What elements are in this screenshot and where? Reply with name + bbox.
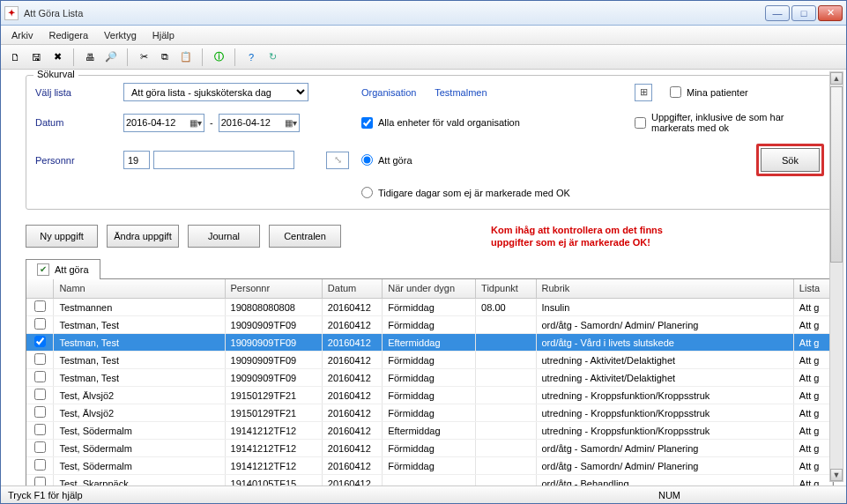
table-row[interactable]: Testman, Test19090909TF0920160412Förmidd… bbox=[26, 352, 833, 369]
table-container: Namn Personnr Datum När under dygn Tidpu… bbox=[26, 279, 834, 485]
row-checkbox[interactable] bbox=[34, 336, 46, 347]
copy-icon[interactable]: ⧉ bbox=[156, 48, 174, 66]
table-row[interactable]: Test, Älvsjö219150129TF2120160412Förmidd… bbox=[26, 404, 833, 422]
refresh-icon[interactable]: ↻ bbox=[264, 48, 281, 66]
select-lista[interactable]: Att göra lista - sjuksköterska dag bbox=[123, 83, 308, 101]
personnr-prefix[interactable] bbox=[123, 151, 150, 169]
cut-icon[interactable]: ✂ bbox=[135, 48, 152, 66]
close-button[interactable]: ✕ bbox=[818, 5, 843, 21]
chk-mina-input[interactable] bbox=[670, 86, 681, 98]
minimize-button[interactable]: — bbox=[765, 5, 790, 21]
menu-hjalp[interactable]: Hjälp bbox=[145, 28, 182, 42]
radio-tidigare[interactable]: Tidigare dagar som ej är markerade med O… bbox=[361, 187, 626, 198]
info-icon[interactable]: ⓘ bbox=[210, 48, 227, 66]
cell-nar: Förmiddag bbox=[383, 369, 476, 387]
cell-nar: Förmiddag bbox=[383, 387, 476, 404]
chk-mina-patienter[interactable]: Mina patienter bbox=[670, 86, 748, 98]
help-icon[interactable]: ? bbox=[242, 48, 260, 66]
table-row[interactable]: Testman, Test19090909TF0920160412Förmidd… bbox=[26, 316, 833, 334]
org-tree-icon[interactable]: ⊞ bbox=[635, 84, 652, 101]
chk-uppgifter-input[interactable] bbox=[635, 117, 646, 129]
cell-datum: 20160412 bbox=[322, 316, 382, 334]
tab-attgora[interactable]: ✔ Att göra bbox=[26, 259, 100, 279]
statusbar: Tryck F1 för hjälp NUM bbox=[1, 485, 846, 503]
cell-personnr: 19141212TF12 bbox=[225, 457, 322, 475]
paste-icon[interactable]: 📋 bbox=[177, 48, 195, 66]
col-datum[interactable]: Datum bbox=[322, 279, 382, 299]
menu-arkiv[interactable]: Arkiv bbox=[4, 28, 40, 42]
radio-attgora[interactable]: Att göra bbox=[361, 154, 626, 166]
row-checkbox[interactable] bbox=[34, 424, 46, 435]
vertical-scrollbar[interactable]: ▲ ▼ bbox=[829, 71, 843, 482]
reminder-text: Kom ihåg att kontrollera om det finns up… bbox=[491, 224, 663, 249]
cell-namn: Testman, Test bbox=[54, 352, 225, 369]
row-checkbox[interactable] bbox=[34, 389, 46, 400]
chk-alla-enheter[interactable]: Alla enheter för vald organisation bbox=[361, 117, 626, 129]
col-tidpunkt[interactable]: Tidpunkt bbox=[476, 279, 536, 299]
cell-tidpunkt: 08.00 bbox=[476, 299, 536, 316]
link-testmalmen[interactable]: Testmalmen bbox=[435, 87, 487, 98]
radio-attgora-input[interactable] bbox=[361, 154, 373, 166]
personnr-input[interactable] bbox=[153, 151, 294, 169]
row-checkbox[interactable] bbox=[34, 300, 46, 312]
cell-tidpunkt bbox=[476, 369, 536, 387]
scroll-up-icon[interactable]: ▲ bbox=[830, 72, 843, 85]
cell-tidpunkt bbox=[476, 457, 536, 475]
maximize-button[interactable]: □ bbox=[791, 5, 816, 21]
col-check[interactable] bbox=[26, 279, 54, 299]
table-row[interactable]: Test, Skarpnäck19140105TF1520160412ord/å… bbox=[26, 475, 833, 485]
col-lista[interactable]: Lista bbox=[793, 279, 832, 299]
table-row[interactable]: Test, Älvsjö219150129TF2120160412Förmidd… bbox=[26, 387, 833, 404]
search-button[interactable]: Sök bbox=[761, 148, 820, 172]
menu-verktyg[interactable]: Verktyg bbox=[97, 28, 144, 42]
row-checkbox[interactable] bbox=[34, 477, 46, 485]
cell-namn: Test, Södermalm bbox=[54, 457, 225, 475]
col-nar[interactable]: När under dygn bbox=[383, 279, 476, 299]
row-checkbox[interactable] bbox=[34, 318, 46, 330]
radio-tidigare-input[interactable] bbox=[361, 187, 373, 198]
chk-alla-input[interactable] bbox=[361, 117, 373, 129]
btn-andra-uppgift[interactable]: Ändra uppgift bbox=[107, 225, 179, 248]
cell-personnr: 19141212TF12 bbox=[225, 422, 322, 440]
date-from[interactable]: 2016-04-12▦▾ bbox=[123, 114, 204, 132]
table-row[interactable]: Test, Södermalm19141212TF1220160412Förmi… bbox=[26, 440, 833, 457]
chk-uppgifter[interactable]: Uppgifter, inklusive de som har markerat… bbox=[635, 112, 824, 133]
row-checkbox[interactable] bbox=[34, 459, 46, 471]
scroll-down-icon[interactable]: ▼ bbox=[830, 469, 843, 481]
row-checkbox[interactable] bbox=[34, 353, 46, 365]
col-namn[interactable]: Namn bbox=[54, 279, 225, 299]
personnr-lookup-icon[interactable]: ⤡ bbox=[326, 152, 349, 169]
cell-rubrik: Insulin bbox=[536, 299, 793, 316]
tab-strip: ✔ Att göra bbox=[26, 256, 834, 279]
btn-centralen[interactable]: Centralen bbox=[269, 225, 341, 248]
btn-journal[interactable]: Journal bbox=[188, 225, 260, 248]
col-rubrik[interactable]: Rubrik bbox=[536, 279, 793, 299]
row-checkbox[interactable] bbox=[34, 441, 46, 453]
print-icon[interactable]: 🖶 bbox=[81, 48, 99, 66]
col-personnr[interactable]: Personnr bbox=[225, 279, 322, 299]
table-row[interactable]: Testman, Test19090909TF0920160412Förmidd… bbox=[26, 369, 833, 387]
link-organisation[interactable]: Organisation bbox=[361, 87, 416, 98]
cell-datum: 20160412 bbox=[322, 369, 382, 387]
table-row[interactable]: Testman, Test19090909TF0920160412Eftermi… bbox=[26, 334, 833, 352]
cell-rubrik: utredning - Kroppsfunktion/Kroppsstruk bbox=[536, 387, 793, 404]
cell-namn: Test, Älvsjö2 bbox=[54, 404, 225, 422]
toolbar-separator bbox=[202, 48, 203, 66]
row-checkbox[interactable] bbox=[34, 371, 46, 382]
date-to[interactable]: 2016-04-12▦▾ bbox=[219, 114, 300, 132]
content-area: Sökurval Välj lista Att göra lista - sju… bbox=[1, 70, 846, 485]
table-row[interactable]: Testmannen19080808080820160412Förmiddag0… bbox=[26, 299, 833, 316]
cell-nar: Eftermiddag bbox=[383, 334, 476, 352]
label-datum: Datum bbox=[35, 117, 115, 128]
new-icon[interactable]: 🗋 bbox=[6, 48, 24, 66]
scroll-thumb[interactable] bbox=[830, 86, 843, 263]
save-icon[interactable]: 🖫 bbox=[27, 48, 45, 66]
delete-icon[interactable]: ✖ bbox=[48, 48, 66, 66]
btn-ny-uppgift[interactable]: Ny uppgift bbox=[26, 225, 98, 248]
find-icon[interactable]: 🔎 bbox=[102, 48, 120, 66]
cell-datum: 20160412 bbox=[322, 422, 382, 440]
table-row[interactable]: Test, Södermalm19141212TF1220160412Efter… bbox=[26, 422, 833, 440]
row-checkbox[interactable] bbox=[34, 406, 46, 418]
menu-redigera[interactable]: Redigera bbox=[41, 28, 95, 42]
table-row[interactable]: Test, Södermalm19141212TF1220160412Förmi… bbox=[26, 457, 833, 475]
